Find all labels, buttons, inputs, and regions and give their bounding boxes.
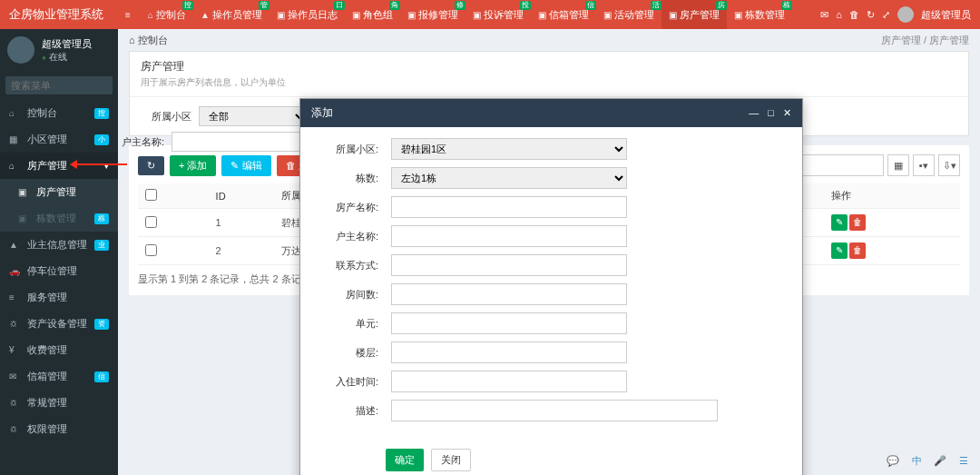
sidebar-item[interactable]: ⛭权限管理	[0, 416, 118, 442]
export-icon[interactable]: ⇩▾	[938, 154, 960, 176]
th: ID	[209, 183, 274, 209]
expand-icon[interactable]: ⤢	[882, 9, 890, 21]
m-fcmc-label: 房产名称:	[318, 201, 391, 214]
top-user-name[interactable]: 超级管理员	[921, 8, 971, 22]
modal-max-icon[interactable]: □	[768, 107, 774, 119]
msg-icon[interactable]: ✉	[820, 9, 828, 21]
add-button[interactable]: + 添加	[170, 155, 216, 176]
m-xq-label: 所属小区:	[318, 143, 391, 156]
sidebar-avatar	[7, 36, 34, 64]
breadcrumb-right: 房产管理 / 房产管理	[881, 34, 969, 47]
chat-icon[interactable]: 💬	[884, 451, 902, 470]
m-ms-label: 描述:	[318, 404, 391, 418]
m-dy-label: 单元:	[318, 317, 391, 331]
m-lxfs-input[interactable]	[391, 254, 627, 276]
modal-title: 添加	[311, 105, 749, 121]
m-rzsj-input[interactable]	[391, 371, 627, 392]
filter-hz-label: 户主名称:	[118, 135, 164, 149]
modal-ok-button[interactable]: 确定	[386, 449, 424, 471]
sidebar-status: 在线	[42, 51, 92, 64]
sidebar: 超级管理员 在线 ⌂控制台控▦小区管理小⌂房产管理▾▣房产管理▣栋数管理栋▲业主…	[0, 29, 118, 475]
m-lc-input[interactable]	[391, 341, 627, 363]
topnav-item[interactable]: ▲操作员管理管	[193, 0, 270, 29]
sidebar-item[interactable]: ✉信箱管理信	[0, 363, 118, 390]
columns-icon[interactable]: ▦	[887, 154, 909, 176]
modal-cancel-button[interactable]: 关闭	[431, 449, 471, 471]
sidebar-item[interactable]: ▲业主信息管理业	[0, 232, 118, 258]
m-lxfs-label: 联系方式:	[318, 259, 391, 272]
breadcrumb-left[interactable]: ⌂ 控制台	[129, 34, 168, 47]
th: 操作	[824, 183, 960, 209]
m-lc-label: 楼层:	[318, 346, 391, 360]
m-hzmc-label: 户主名称:	[318, 230, 391, 243]
top-nav: ≡⌂控制台控▲操作员管理管▣操作员日志日▣角色组角▣报修管理修▣投诉管理投▣信箱…	[118, 0, 820, 29]
modal-min-icon[interactable]: —	[749, 107, 759, 119]
topnav-item[interactable]: ▣活动管理活	[596, 0, 662, 29]
m-ds-label: 栋数:	[318, 172, 391, 185]
modal-close-icon[interactable]: ✕	[783, 107, 791, 119]
row-edit-icon[interactable]: ✎	[831, 214, 848, 231]
m-fjs-input[interactable]	[391, 283, 627, 305]
sidebar-item[interactable]: ▣栋数管理栋	[0, 205, 118, 232]
sidebar-search-input[interactable]	[5, 76, 113, 94]
sidebar-item[interactable]: ¥收费管理	[0, 337, 118, 363]
sidebar-item[interactable]: 🚗停车位管理	[0, 258, 118, 284]
sidebar-item[interactable]: ⛭常规管理	[0, 390, 118, 416]
topnav-item[interactable]: ▣栋数管理栋	[727, 0, 792, 29]
view-icon[interactable]: ▪▾	[913, 154, 935, 176]
topnav-item[interactable]: ⌂控制台控	[141, 0, 193, 29]
arrow-annotation	[73, 163, 127, 165]
lang-icon[interactable]: 中	[907, 451, 926, 470]
brand: 企房物业管理系统	[0, 0, 118, 29]
topnav-item[interactable]: ▣房产管理房	[662, 0, 727, 29]
sidebar-username: 超级管理员	[42, 37, 92, 51]
panel-title: 房产管理	[141, 59, 957, 74]
filter-xq-select[interactable]: 全部	[199, 106, 308, 126]
refresh-icon[interactable]: ↻	[867, 9, 875, 21]
topnav-item[interactable]: ≡	[118, 0, 141, 29]
filter-hz-input[interactable]	[172, 132, 309, 152]
topnav-item[interactable]: ▣信箱管理信	[531, 0, 596, 29]
m-fcmc-input[interactable]	[391, 196, 627, 218]
row-del-icon[interactable]: 🗑	[849, 242, 866, 259]
m-hzmc-input[interactable]	[391, 225, 627, 247]
sidebar-item[interactable]: ≡服务管理	[0, 284, 118, 311]
th	[138, 183, 209, 209]
sidebar-item[interactable]: ⌂控制台控	[0, 100, 118, 126]
row-check[interactable]	[145, 244, 157, 256]
filter-xq-label: 所属小区	[141, 110, 191, 124]
topnav-item[interactable]: ▣报修管理修	[400, 0, 466, 29]
row-del-icon[interactable]: 🗑	[849, 214, 866, 231]
refresh-button[interactable]: ↻	[138, 156, 164, 175]
sidebar-item[interactable]: ⛭资产设备管理资	[0, 311, 118, 337]
avatar[interactable]	[897, 6, 914, 23]
sidebar-item[interactable]: ▣房产管理	[0, 179, 118, 205]
panel-subtitle: 用于展示房产列表信息，以户为单位	[141, 76, 957, 89]
row-check[interactable]	[145, 216, 157, 228]
add-modal: 添加 — □ ✕ 所属小区:碧桂园1区 栋数:左边1栋 房产名称: 户主名称: …	[299, 98, 803, 475]
sidebar-item[interactable]: ▦小区管理小	[0, 126, 118, 153]
m-rzsj-label: 入住时间:	[318, 375, 391, 389]
home-icon[interactable]: ⌂	[836, 9, 842, 20]
m-dy-input[interactable]	[391, 312, 627, 334]
sidebar-item[interactable]: ⌂房产管理▾	[0, 153, 118, 179]
sound-icon[interactable]: 🎤	[931, 451, 949, 470]
help-icon[interactable]: ☰	[955, 451, 973, 470]
topnav-item[interactable]: ▣操作员日志日	[270, 0, 345, 29]
m-ms-input[interactable]	[391, 400, 718, 421]
row-edit-icon[interactable]: ✎	[831, 242, 848, 259]
m-fjs-label: 房间数:	[318, 288, 391, 302]
trash-icon[interactable]: 🗑	[849, 9, 859, 20]
m-ds-select[interactable]: 左边1栋	[391, 167, 627, 189]
topnav-item[interactable]: ▣角色组角	[345, 0, 400, 29]
edit-button[interactable]: ✎ 编辑	[221, 155, 270, 176]
topnav-item[interactable]: ▣投诉管理投	[466, 0, 531, 29]
m-xq-select[interactable]: 碧桂园1区	[391, 138, 627, 160]
check-all[interactable]	[145, 189, 157, 201]
